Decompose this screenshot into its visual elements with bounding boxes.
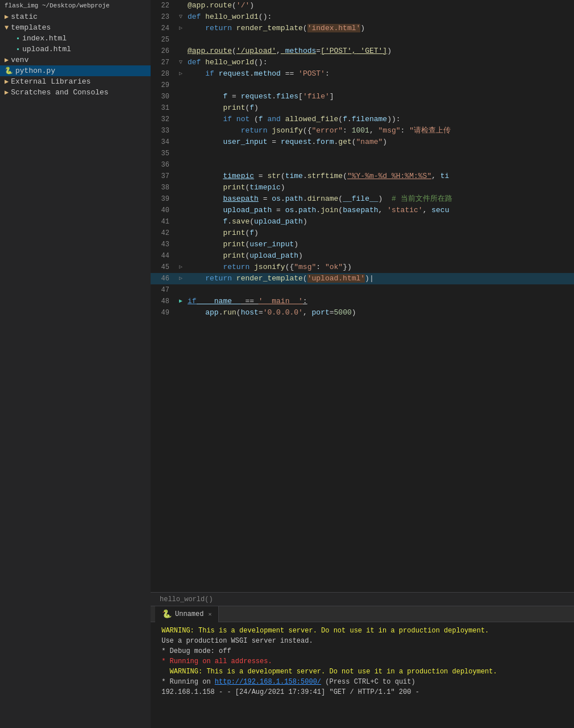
folder-icon-ext: ▶ — [5, 77, 9, 86]
code-line-31: 31 print(f) — [151, 102, 574, 114]
main-area: flask_img ~/Desktop/webproje ▶ static ▼ … — [0, 0, 574, 728]
sidebar: flask_img ~/Desktop/webproje ▶ static ▼ … — [0, 0, 151, 728]
code-line-33: 33 return jsonify({"error": 1001, "msg":… — [151, 125, 574, 136]
sidebar-item-external[interactable]: ▶ External Libraries — [0, 76, 151, 87]
sidebar-upload-label: upload.html — [22, 45, 71, 53]
html-file-icon: ▪ — [16, 35, 20, 43]
code-line-36: 36 — [151, 159, 574, 171]
term-line-4: * Running on all addresses. — [157, 656, 567, 667]
py-file-icon: 🐍 — [5, 67, 13, 75]
term-line-5: WARNING: This is a development server. D… — [157, 667, 567, 677]
sidebar-item-index-html[interactable]: ▪ index.html — [0, 33, 151, 44]
code-line-26: 26 @app.route('/upload', methods=['POST'… — [151, 46, 574, 57]
code-line-40: 40 upload_path = os.path.join(basepath, … — [151, 205, 574, 216]
sidebar-python-label: python.py — [15, 67, 55, 75]
code-line-23: 23 ▽ def hello_world1(): — [151, 11, 574, 23]
sidebar-item-scratches[interactable]: ▶ Scratches and Consoles — [0, 87, 151, 98]
code-line-47: 47 — [151, 284, 574, 296]
code-line-28: 28 ▷ if request.method == 'POST': — [151, 68, 574, 80]
code-line-43: 43 print(user_input) — [151, 239, 574, 250]
sidebar-scratches-label: Scratches and Consoles — [11, 88, 109, 97]
sidebar-templates-label: templates — [11, 23, 51, 32]
term-line-2: Use a production WSGI server instead. — [157, 636, 567, 646]
code-line-22: 22 @app.route('/') — [151, 0, 574, 11]
terminal-content[interactable]: WARNING: This is a development server. D… — [151, 622, 574, 728]
close-tab-icon[interactable]: ✕ — [208, 611, 211, 618]
editor-status: hello_world() — [151, 592, 574, 606]
code-line-39: 39 basepath = os.path.dirname(__file__) … — [151, 193, 574, 205]
code-line-24: 24 ▷ return render_template('index.html'… — [151, 23, 574, 34]
sidebar-header: flask_img ~/Desktop/webproje — [0, 0, 151, 11]
folder-icon-venv: ▶ — [5, 56, 9, 64]
html-file-icon2: ▪ — [16, 46, 20, 53]
code-line-48: 48 ▶ if __name__ == '__main__': — [151, 296, 574, 307]
code-line-46: 46 ▷ return render_template('upload.html… — [151, 273, 574, 284]
folder-icon: ▶ — [5, 13, 9, 21]
sidebar-tree: ▶ static ▼ templates ▪ index.html ▪ uplo… — [0, 11, 151, 728]
code-line-empty1 — [151, 318, 574, 330]
sidebar-item-venv[interactable]: ▶ venv — [0, 55, 151, 65]
code-line-35: 35 — [151, 148, 574, 159]
sidebar-venv-label: venv — [11, 56, 28, 64]
term-line-3: * Debug mode: off — [157, 646, 567, 656]
terminal-tab-bar: 🐍 Unnamed ✕ — [151, 606, 574, 622]
code-line-34: 34 user_input = request.form.get("name") — [151, 136, 574, 148]
terminal-panel: 🐍 Unnamed ✕ WARNING: This is a developme… — [151, 606, 574, 728]
code-line-49: 49 app.run(host='0.0.0.0', port=5000) — [151, 307, 574, 318]
breadcrumb-function: hello_world() — [160, 595, 213, 603]
term-line-6: * Running on http://192.168.1.158:5000/ … — [157, 677, 567, 687]
terminal-tab-label: Unnamed — [175, 610, 203, 618]
python-icon: 🐍 — [162, 609, 172, 619]
sidebar-external-label: External Libraries — [11, 77, 90, 86]
sidebar-item-static[interactable]: ▶ static — [0, 11, 151, 22]
code-line-42: 42 print(f) — [151, 228, 574, 239]
sidebar-item-label: static — [11, 13, 38, 21]
code-container: 22 @app.route('/') 23 ▽ def hello_world1… — [151, 0, 574, 592]
terminal-tab-unnamed[interactable]: 🐍 Unnamed ✕ — [155, 606, 219, 622]
code-line-41: 41 f.save(upload_path) — [151, 216, 574, 228]
folder-icon-templates: ▼ — [5, 24, 9, 32]
code-line-25: 25 — [151, 34, 574, 46]
code-line-32: 32 if not (f and allowed_file(f.filename… — [151, 114, 574, 125]
folder-icon-scratches: ▶ — [5, 88, 9, 97]
code-line-29: 29 — [151, 80, 574, 91]
editor-area: 22 @app.route('/') 23 ▽ def hello_world1… — [151, 0, 574, 606]
code-line-30: 30 f = request.files['file'] — [151, 91, 574, 102]
sidebar-item-upload-html[interactable]: ▪ upload.html — [0, 44, 151, 55]
term-line-7: 192.168.1.158 - - [24/Aug/2021 17:39:41]… — [157, 687, 567, 697]
code-line-44: 44 print(upload_path) — [151, 250, 574, 262]
code-line-37: 37 timepic = str(time.strftime("%Y-%m-%d… — [151, 171, 574, 182]
sidebar-item-templates[interactable]: ▼ templates — [0, 22, 151, 33]
term-line-1: WARNING: This is a development server. D… — [157, 626, 567, 636]
sidebar-index-label: index.html — [22, 34, 66, 43]
code-line-45: 45 ▷ return jsonify({"msg": "ok"}) — [151, 262, 574, 273]
code-line-27: 27 ▽ def hello_world(): — [151, 57, 574, 68]
sidebar-item-python-py[interactable]: 🐍 python.py — [0, 65, 151, 76]
code-lines[interactable]: 22 @app.route('/') 23 ▽ def hello_world1… — [151, 0, 574, 592]
code-line-38: 38 print(timepic) — [151, 182, 574, 193]
server-link[interactable]: http://192.168.1.158:5000/ — [215, 678, 321, 686]
